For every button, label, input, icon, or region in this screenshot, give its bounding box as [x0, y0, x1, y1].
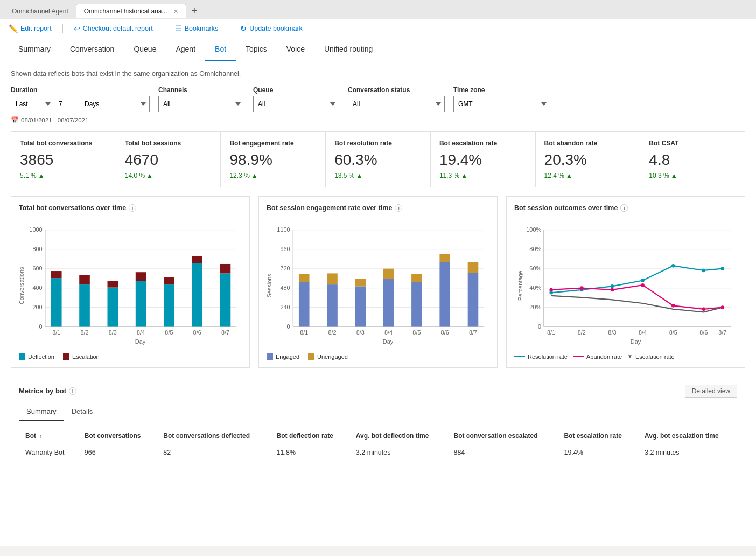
cell-bot-name: Warranty Bot	[19, 444, 78, 461]
browser-tabs: Omnichannel Agent Omnichannel historical…	[0, 0, 756, 19]
svg-text:8/7: 8/7	[221, 329, 229, 336]
svg-point-91	[720, 267, 724, 270]
col-bot-escalation-rate[interactable]: Bot escalation rate	[557, 428, 638, 444]
checkout-default-button[interactable]: ↩ Checkout default report	[74, 24, 153, 33]
kpi-bot-abandon-rate-change: 12.4 % ▲	[544, 172, 632, 179]
svg-point-94	[611, 288, 614, 292]
main-content: Shown data reflects bots that exist in t…	[0, 61, 756, 546]
col-avg-deflection-time[interactable]: Avg. bot deflection time	[349, 428, 447, 444]
chart1-bar-escalation-1	[51, 271, 62, 278]
sort-arrow-bot: ↑	[39, 433, 42, 439]
col-bot-conversations[interactable]: Bot conversations	[78, 428, 157, 444]
svg-text:8/4: 8/4	[137, 329, 145, 336]
col-bot-conversation-escalated[interactable]: Bot conversation escalated	[447, 428, 557, 444]
timezone-select[interactable]: GMT	[453, 96, 550, 112]
svg-text:40%: 40%	[529, 284, 541, 291]
col-bot-deflection-rate[interactable]: Bot deflection rate	[270, 428, 349, 444]
sub-tab-details[interactable]: Details	[64, 403, 101, 421]
tab-topics[interactable]: Topics	[236, 38, 277, 61]
svg-text:Percentage: Percentage	[517, 270, 523, 301]
chart2-title: Bot session engagement rate over time i	[267, 204, 489, 212]
svg-text:8/3: 8/3	[608, 329, 616, 336]
chart2-info-icon[interactable]: i	[395, 204, 402, 212]
svg-text:8/7: 8/7	[718, 329, 726, 336]
metrics-info-icon[interactable]: i	[69, 387, 76, 395]
duration-preset-select[interactable]: Last	[11, 96, 54, 112]
svg-text:8/2: 8/2	[578, 329, 586, 336]
tab-bot[interactable]: Bot	[205, 38, 236, 61]
chart2-legend: Engaged Unengaged	[267, 353, 489, 360]
tab-unified-routing[interactable]: Unified routing	[314, 38, 382, 61]
kpi-total-bot-sessions-value: 4670	[125, 151, 212, 169]
kpi-row: Total bot conversations 3865 5.1 % ▲ Tot…	[11, 131, 745, 187]
svg-text:8/5: 8/5	[669, 329, 677, 336]
svg-text:100%: 100%	[526, 226, 541, 233]
browser-tab-agent[interactable]: Omnichannel Agent	[4, 4, 76, 18]
conv-status-select[interactable]: All	[348, 96, 445, 112]
svg-text:20%: 20%	[529, 304, 541, 310]
update-bookmark-button[interactable]: ↻ Update bookmark	[240, 24, 303, 33]
metrics-section: Metrics by bot i Detailed view Summary D…	[11, 377, 745, 469]
kpi-total-bot-sessions-change: 14.0 % ▲	[125, 172, 212, 179]
legend-engaged: Engaged	[267, 353, 299, 360]
svg-text:8/6: 8/6	[699, 329, 708, 336]
engaged-color	[267, 353, 273, 360]
kpi-bot-resolution-rate: Bot resolution rate 60.3% 13.5 % ▲	[326, 132, 431, 187]
kpi-bot-escalation-rate-value: 19.4%	[439, 151, 527, 169]
deflection-color	[19, 353, 25, 360]
timezone-filter-group: Time zone GMT	[453, 86, 550, 112]
svg-text:8/5: 8/5	[165, 329, 173, 336]
browser-tab-historical[interactable]: Omnichannel historical ana... ✕	[76, 4, 186, 18]
chart3-info-icon[interactable]: i	[620, 204, 628, 212]
close-tab-icon[interactable]: ✕	[173, 8, 178, 15]
tab-summary[interactable]: Summary	[9, 38, 60, 61]
chart1-svg: Conversations 1000 800 600 400 200 0	[19, 218, 242, 348]
col-avg-escalation-time[interactable]: Avg. bot escalation time	[638, 428, 737, 444]
detailed-view-button[interactable]: Detailed view	[685, 385, 737, 398]
svg-text:8/4: 8/4	[639, 329, 647, 336]
col-bot-conversations-deflected[interactable]: Bot conversations deflected	[157, 428, 270, 444]
edit-icon: ✏️	[9, 24, 18, 33]
edit-report-button[interactable]: ✏️ Edit report	[9, 24, 52, 33]
tab-agent[interactable]: Agent	[166, 38, 205, 61]
chart1-info-icon[interactable]: i	[129, 204, 136, 212]
metrics-table-body: Warranty Bot 966 82 11.8% 3.2 minutes 88…	[19, 444, 737, 461]
duration-unit-select[interactable]: Days	[80, 96, 150, 112]
svg-point-87	[611, 284, 614, 288]
kpi-bot-resolution-rate-value: 60.3%	[334, 151, 422, 169]
metrics-title: Metrics by bot i	[19, 387, 76, 395]
conv-status-filter-group: Conversation status All	[348, 86, 445, 112]
kpi-arrow-1: ▲	[146, 172, 153, 179]
kpi-arrow-2: ▲	[251, 172, 258, 179]
svg-text:8/6: 8/6	[441, 329, 449, 336]
cell-bot-conversations: 966	[78, 444, 157, 461]
svg-rect-15	[79, 275, 90, 284]
queue-select[interactable]: All	[253, 96, 339, 112]
channels-label: Channels	[158, 86, 244, 94]
metrics-header: Metrics by bot i Detailed view	[19, 385, 737, 398]
cell-deflected: 82	[157, 444, 270, 461]
svg-text:800: 800	[32, 246, 42, 252]
svg-text:480: 480	[280, 284, 290, 291]
add-tab-button[interactable]: +	[186, 3, 203, 19]
tab-conversation[interactable]: Conversation	[60, 38, 124, 61]
svg-rect-52	[355, 286, 366, 326]
svg-rect-55	[383, 269, 394, 279]
escalation-line	[551, 296, 723, 312]
svg-rect-23	[192, 256, 202, 263]
svg-rect-25	[220, 264, 231, 273]
svg-text:720: 720	[280, 265, 290, 272]
cell-avg-escalation-time: 3.2 minutes	[638, 444, 737, 461]
bookmarks-button[interactable]: ☰ Bookmarks	[175, 24, 219, 33]
channels-select[interactable]: All	[158, 96, 244, 112]
svg-rect-58	[439, 262, 450, 327]
kpi-bot-escalation-rate: Bot escalation rate 19.4% 11.3 % ▲	[431, 132, 536, 187]
date-range: 📅 08/01/2021 - 08/07/2021	[11, 116, 745, 124]
tab-voice[interactable]: Voice	[277, 38, 314, 61]
sub-tab-summary[interactable]: Summary	[19, 403, 64, 421]
tab-queue[interactable]: Queue	[124, 38, 166, 61]
duration-value-input[interactable]	[54, 96, 80, 112]
col-bot[interactable]: Bot ↑	[19, 428, 78, 444]
svg-text:0: 0	[39, 323, 43, 330]
svg-text:8/2: 8/2	[328, 329, 336, 336]
